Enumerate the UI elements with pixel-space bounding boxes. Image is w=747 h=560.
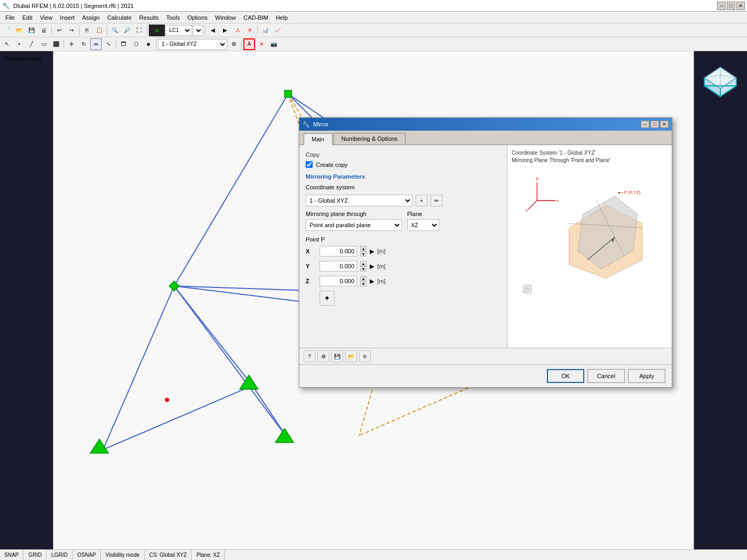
wireframe-btn[interactable]: ⬡ [130, 38, 142, 50]
dialog-title: Mirror [313, 121, 329, 127]
delete-btn[interactable]: ✕ [256, 38, 267, 50]
menu-insert[interactable]: Insert [57, 13, 78, 22]
menu-edit[interactable]: Edit [19, 13, 36, 22]
apply-button[interactable]: Apply [628, 369, 665, 383]
axis-btn[interactable]: A [243, 38, 255, 50]
view-combo[interactable]: 1 - Global XYZ [158, 39, 227, 50]
grid-status[interactable]: GRID [24, 550, 46, 560]
menu-tools[interactable]: Tools [163, 13, 183, 22]
plane-select[interactable]: XZ XY YZ [407, 219, 439, 231]
view-extra-btn[interactable]: ⚙ [228, 38, 240, 50]
title-bar-controls[interactable]: ─ □ ✕ [717, 2, 745, 10]
x-input[interactable]: 0.000 [320, 246, 357, 257]
render-btn[interactable]: ■ [142, 38, 154, 50]
tab-numbering-options[interactable]: Numbering & Options [333, 133, 406, 145]
create-copy-checkbox[interactable] [306, 161, 313, 168]
minimize-button[interactable]: ─ [717, 2, 726, 10]
dialog-left-panel: Copy Create copy Mirroring Parameters Co… [299, 145, 507, 348]
y-spinner[interactable]: ▲ ▼ [360, 261, 367, 271]
menu-calculate[interactable]: Calculate [104, 13, 135, 22]
view3d-btn[interactable]: 🗖 [118, 38, 130, 50]
mirror-btn[interactable]: ⇔ [90, 38, 102, 50]
coord-add-btn[interactable]: + [416, 195, 427, 206]
menu-view[interactable]: View [37, 13, 56, 22]
visibility-status[interactable]: Visibility mode [101, 550, 145, 560]
prev-btn[interactable]: ◀ [207, 25, 219, 36]
coord-edit-btn[interactable]: ✏ [431, 195, 442, 206]
new-btn[interactable]: 📄 [1, 25, 13, 36]
snap-status[interactable]: SNAP [0, 550, 23, 560]
dialog-right-panel: Coordinate System '1 - Global XYZ'Mirror… [507, 145, 672, 348]
zoom-in-btn[interactable]: 🔍 [109, 25, 121, 36]
z-unit: [m] [377, 278, 385, 284]
z-down-btn[interactable]: ▼ [360, 281, 367, 286]
y-down-btn[interactable]: ▼ [360, 266, 367, 271]
diagram-title: Coordinate System '1 - Global XYZ'Mirror… [512, 149, 667, 164]
cam-btn[interactable]: 📷 [268, 38, 280, 50]
lgrid-status[interactable]: LGRID [47, 550, 73, 560]
menu-assign[interactable]: Assign [79, 13, 103, 22]
dialog-minimize-btn[interactable]: ─ [641, 121, 649, 128]
menu-cad-bim[interactable]: CAD-BIM [240, 13, 271, 22]
fit-btn[interactable]: ⛶ [133, 25, 145, 36]
menu-results[interactable]: Results [136, 13, 162, 22]
next-btn[interactable]: ▶ [219, 25, 231, 36]
tab-main[interactable]: Main [304, 133, 332, 145]
redo-btn[interactable]: ↪ [66, 25, 77, 36]
create-copy-label[interactable]: Create copy [316, 162, 347, 168]
results-btn[interactable]: 📊 [259, 25, 271, 36]
pick-point-btn[interactable]: ✦ [320, 291, 335, 306]
z-input[interactable] [320, 276, 357, 286]
scale-btn[interactable]: ⤡ [102, 38, 114, 50]
dialog-load-btn[interactable]: 📂 [345, 350, 357, 362]
cross-red-btn[interactable]: ✕ [244, 25, 256, 36]
menu-window[interactable]: Window [212, 13, 239, 22]
z-spinner[interactable]: ▲ ▼ [360, 276, 367, 286]
mirror-plane-select[interactable]: Point and parallel plane [306, 219, 402, 231]
lc-type-combo[interactable]: G [193, 25, 203, 36]
menu-file[interactable]: File [2, 13, 18, 22]
restore-button[interactable]: □ [727, 2, 735, 10]
line-btn[interactable]: ╱ [26, 38, 37, 50]
sep-2 [79, 26, 80, 35]
dialog-close-btn[interactable]: ✕ [660, 121, 669, 128]
x-down-btn[interactable]: ▼ [360, 251, 367, 257]
y-up-btn[interactable]: ▲ [360, 261, 367, 266]
node-btn[interactable]: • [13, 38, 25, 50]
menu-help[interactable]: Help [273, 13, 291, 22]
results2-btn[interactable]: 📈 [272, 25, 283, 36]
dialog-settings-btn[interactable]: ⚙ [317, 350, 329, 362]
move-btn[interactable]: ✛ [66, 38, 77, 50]
surface-btn[interactable]: ▭ [38, 38, 50, 50]
undo-btn[interactable]: ↩ [53, 25, 65, 36]
dialog-save-btn[interactable]: 💾 [331, 350, 343, 362]
warning-btn[interactable]: ⚠ [232, 25, 243, 36]
cursor-btn[interactable]: ↖ [1, 38, 13, 50]
copy-btn[interactable]: ⎘ [81, 25, 93, 36]
3d-cube-widget[interactable] [699, 57, 742, 99]
rotate-btn[interactable]: ↻ [78, 38, 90, 50]
open-btn[interactable]: 📂 [13, 25, 25, 36]
menu-bar: File Edit View Insert Assign Calculate R… [0, 12, 747, 23]
x-up-btn[interactable]: ▲ [360, 246, 367, 251]
dialog-restore-btn[interactable]: □ [650, 121, 659, 128]
coord-system-select[interactable]: 1 - Global XYZ [306, 195, 412, 206]
lc-combo[interactable]: LC1 [165, 25, 192, 36]
print-btn[interactable]: 🖨 [38, 25, 50, 36]
x-spinner[interactable]: ▲ ▼ [360, 246, 367, 257]
close-button[interactable]: ✕ [736, 2, 745, 10]
y-input[interactable] [320, 261, 357, 271]
z-up-btn[interactable]: ▲ [360, 276, 367, 281]
paste-btn[interactable]: 📋 [93, 25, 105, 36]
solid-btn[interactable]: ⬛ [50, 38, 62, 50]
dialog-copy2-btn[interactable]: ⎘ [359, 350, 371, 362]
save-btn[interactable]: 💾 [26, 25, 37, 36]
ok-button[interactable]: OK [547, 369, 584, 383]
zoom-out-btn[interactable]: 🔎 [121, 25, 133, 36]
osnap-status[interactable]: OSNAP [73, 550, 101, 560]
sep2-1 [63, 39, 64, 49]
dialog-title-buttons[interactable]: ─ □ ✕ [641, 121, 669, 128]
cancel-button[interactable]: Cancel [587, 369, 625, 383]
dialog-help-btn[interactable]: ? [304, 350, 315, 362]
menu-options[interactable]: Options [184, 13, 211, 22]
